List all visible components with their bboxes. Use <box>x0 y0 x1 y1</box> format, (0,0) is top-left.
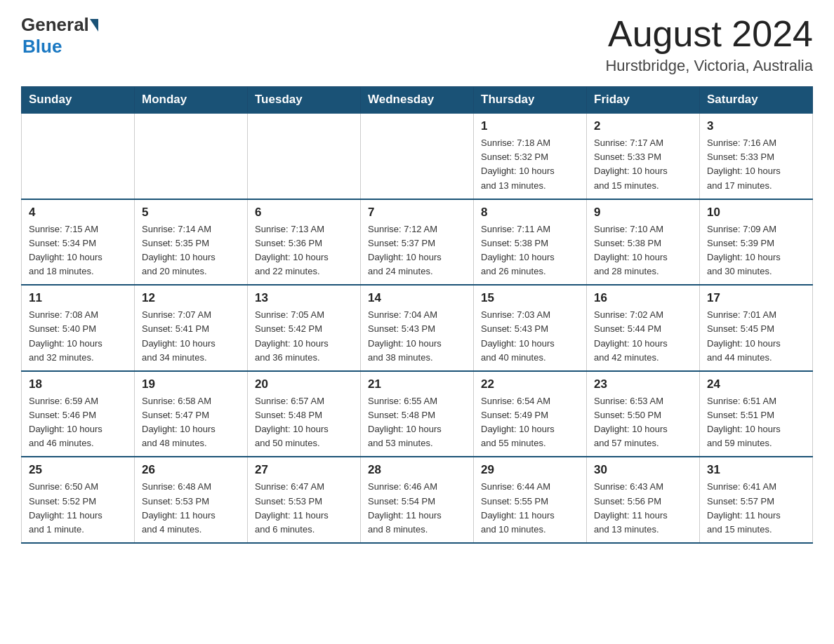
day-info: Sunrise: 7:01 AMSunset: 5:45 PMDaylight:… <box>707 308 805 365</box>
day-info: Sunrise: 6:44 AMSunset: 5:55 PMDaylight:… <box>481 480 579 537</box>
calendar-cell: 8Sunrise: 7:11 AMSunset: 5:38 PMDaylight… <box>474 199 587 286</box>
day-info: Sunrise: 6:50 AMSunset: 5:52 PMDaylight:… <box>29 480 127 537</box>
calendar-cell: 7Sunrise: 7:12 AMSunset: 5:37 PMDaylight… <box>361 199 474 286</box>
day-number: 15 <box>481 291 579 305</box>
day-info: Sunrise: 7:15 AMSunset: 5:34 PMDaylight:… <box>29 222 127 279</box>
calendar-week-1: 1Sunrise: 7:18 AMSunset: 5:32 PMDaylight… <box>22 113 813 199</box>
day-info: Sunrise: 6:41 AMSunset: 5:57 PMDaylight:… <box>707 480 805 537</box>
day-number: 7 <box>368 206 466 220</box>
weekday-header-monday: Monday <box>135 87 248 114</box>
day-info: Sunrise: 7:12 AMSunset: 5:37 PMDaylight:… <box>368 222 466 279</box>
day-number: 30 <box>594 463 692 477</box>
day-number: 27 <box>255 463 353 477</box>
day-info: Sunrise: 6:47 AMSunset: 5:53 PMDaylight:… <box>255 480 353 537</box>
calendar-cell: 27Sunrise: 6:47 AMSunset: 5:53 PMDayligh… <box>248 457 361 543</box>
day-info: Sunrise: 6:55 AMSunset: 5:48 PMDaylight:… <box>368 394 466 451</box>
day-info: Sunrise: 7:17 AMSunset: 5:33 PMDaylight:… <box>594 136 692 193</box>
calendar-cell: 24Sunrise: 6:51 AMSunset: 5:51 PMDayligh… <box>700 371 813 457</box>
day-info: Sunrise: 7:16 AMSunset: 5:33 PMDaylight:… <box>707 136 805 193</box>
day-number: 13 <box>255 291 353 305</box>
calendar-cell: 15Sunrise: 7:03 AMSunset: 5:43 PMDayligh… <box>474 285 587 371</box>
day-info: Sunrise: 6:51 AMSunset: 5:51 PMDaylight:… <box>707 394 805 451</box>
calendar-cell: 4Sunrise: 7:15 AMSunset: 5:34 PMDaylight… <box>22 199 135 286</box>
weekday-header-row: SundayMondayTuesdayWednesdayThursdayFrid… <box>22 87 813 114</box>
calendar-cell: 13Sunrise: 7:05 AMSunset: 5:42 PMDayligh… <box>248 285 361 371</box>
day-info: Sunrise: 7:14 AMSunset: 5:35 PMDaylight:… <box>142 222 240 279</box>
calendar-cell: 21Sunrise: 6:55 AMSunset: 5:48 PMDayligh… <box>361 371 474 457</box>
day-number: 25 <box>29 463 127 477</box>
calendar-cell: 3Sunrise: 7:16 AMSunset: 5:33 PMDaylight… <box>700 113 813 199</box>
day-number: 17 <box>707 291 805 305</box>
weekday-header-thursday: Thursday <box>474 87 587 114</box>
calendar-cell: 31Sunrise: 6:41 AMSunset: 5:57 PMDayligh… <box>700 457 813 543</box>
weekday-header-saturday: Saturday <box>700 87 813 114</box>
calendar-cell: 16Sunrise: 7:02 AMSunset: 5:44 PMDayligh… <box>587 285 700 371</box>
calendar-cell: 18Sunrise: 6:59 AMSunset: 5:46 PMDayligh… <box>22 371 135 457</box>
day-info: Sunrise: 6:53 AMSunset: 5:50 PMDaylight:… <box>594 394 692 451</box>
calendar-cell: 6Sunrise: 7:13 AMSunset: 5:36 PMDaylight… <box>248 199 361 286</box>
day-number: 1 <box>481 119 579 133</box>
calendar-cell: 5Sunrise: 7:14 AMSunset: 5:35 PMDaylight… <box>135 199 248 286</box>
day-number: 28 <box>368 463 466 477</box>
calendar-cell: 26Sunrise: 6:48 AMSunset: 5:53 PMDayligh… <box>135 457 248 543</box>
day-number: 29 <box>481 463 579 477</box>
calendar-cell: 25Sunrise: 6:50 AMSunset: 5:52 PMDayligh… <box>22 457 135 543</box>
weekday-header-friday: Friday <box>587 87 700 114</box>
day-number: 9 <box>594 206 692 220</box>
day-info: Sunrise: 6:59 AMSunset: 5:46 PMDaylight:… <box>29 394 127 451</box>
calendar-table: SundayMondayTuesdayWednesdayThursdayFrid… <box>21 86 813 544</box>
calendar-cell <box>22 113 135 199</box>
calendar-week-4: 18Sunrise: 6:59 AMSunset: 5:46 PMDayligh… <box>22 371 813 457</box>
day-number: 5 <box>142 206 240 220</box>
calendar-cell: 19Sunrise: 6:58 AMSunset: 5:47 PMDayligh… <box>135 371 248 457</box>
logo: General Blue <box>21 14 99 58</box>
calendar-cell: 12Sunrise: 7:07 AMSunset: 5:41 PMDayligh… <box>135 285 248 371</box>
day-number: 18 <box>29 377 127 391</box>
day-info: Sunrise: 7:09 AMSunset: 5:39 PMDaylight:… <box>707 222 805 279</box>
calendar-week-5: 25Sunrise: 6:50 AMSunset: 5:52 PMDayligh… <box>22 457 813 543</box>
calendar-cell: 2Sunrise: 7:17 AMSunset: 5:33 PMDaylight… <box>587 113 700 199</box>
title-section: August 2024 Hurstbridge, Victoria, Austr… <box>605 14 813 75</box>
calendar-cell <box>361 113 474 199</box>
day-number: 20 <box>255 377 353 391</box>
calendar-cell: 14Sunrise: 7:04 AMSunset: 5:43 PMDayligh… <box>361 285 474 371</box>
day-number: 31 <box>707 463 805 477</box>
calendar-cell: 17Sunrise: 7:01 AMSunset: 5:45 PMDayligh… <box>700 285 813 371</box>
day-info: Sunrise: 7:08 AMSunset: 5:40 PMDaylight:… <box>29 308 127 365</box>
day-info: Sunrise: 6:58 AMSunset: 5:47 PMDaylight:… <box>142 394 240 451</box>
calendar-cell: 9Sunrise: 7:10 AMSunset: 5:38 PMDaylight… <box>587 199 700 286</box>
day-info: Sunrise: 6:46 AMSunset: 5:54 PMDaylight:… <box>368 480 466 537</box>
day-number: 21 <box>368 377 466 391</box>
day-number: 19 <box>142 377 240 391</box>
weekday-header-sunday: Sunday <box>22 87 135 114</box>
day-info: Sunrise: 7:13 AMSunset: 5:36 PMDaylight:… <box>255 222 353 279</box>
day-info: Sunrise: 7:18 AMSunset: 5:32 PMDaylight:… <box>481 136 579 193</box>
day-number: 11 <box>29 291 127 305</box>
day-number: 10 <box>707 206 805 220</box>
day-number: 3 <box>707 119 805 133</box>
calendar-cell: 10Sunrise: 7:09 AMSunset: 5:39 PMDayligh… <box>700 199 813 286</box>
calendar-cell: 22Sunrise: 6:54 AMSunset: 5:49 PMDayligh… <box>474 371 587 457</box>
day-number: 14 <box>368 291 466 305</box>
day-number: 26 <box>142 463 240 477</box>
day-number: 24 <box>707 377 805 391</box>
day-number: 6 <box>255 206 353 220</box>
day-info: Sunrise: 6:48 AMSunset: 5:53 PMDaylight:… <box>142 480 240 537</box>
day-info: Sunrise: 6:54 AMSunset: 5:49 PMDaylight:… <box>481 394 579 451</box>
day-info: Sunrise: 7:02 AMSunset: 5:44 PMDaylight:… <box>594 308 692 365</box>
day-info: Sunrise: 7:03 AMSunset: 5:43 PMDaylight:… <box>481 308 579 365</box>
weekday-header-wednesday: Wednesday <box>361 87 474 114</box>
calendar-cell <box>135 113 248 199</box>
day-info: Sunrise: 7:10 AMSunset: 5:38 PMDaylight:… <box>594 222 692 279</box>
day-number: 4 <box>29 206 127 220</box>
calendar-week-3: 11Sunrise: 7:08 AMSunset: 5:40 PMDayligh… <box>22 285 813 371</box>
calendar-cell: 29Sunrise: 6:44 AMSunset: 5:55 PMDayligh… <box>474 457 587 543</box>
day-info: Sunrise: 7:04 AMSunset: 5:43 PMDaylight:… <box>368 308 466 365</box>
calendar-week-2: 4Sunrise: 7:15 AMSunset: 5:34 PMDaylight… <box>22 199 813 286</box>
day-number: 8 <box>481 206 579 220</box>
calendar-cell: 20Sunrise: 6:57 AMSunset: 5:48 PMDayligh… <box>248 371 361 457</box>
calendar-cell: 28Sunrise: 6:46 AMSunset: 5:54 PMDayligh… <box>361 457 474 543</box>
calendar-cell: 23Sunrise: 6:53 AMSunset: 5:50 PMDayligh… <box>587 371 700 457</box>
day-number: 16 <box>594 291 692 305</box>
day-number: 22 <box>481 377 579 391</box>
